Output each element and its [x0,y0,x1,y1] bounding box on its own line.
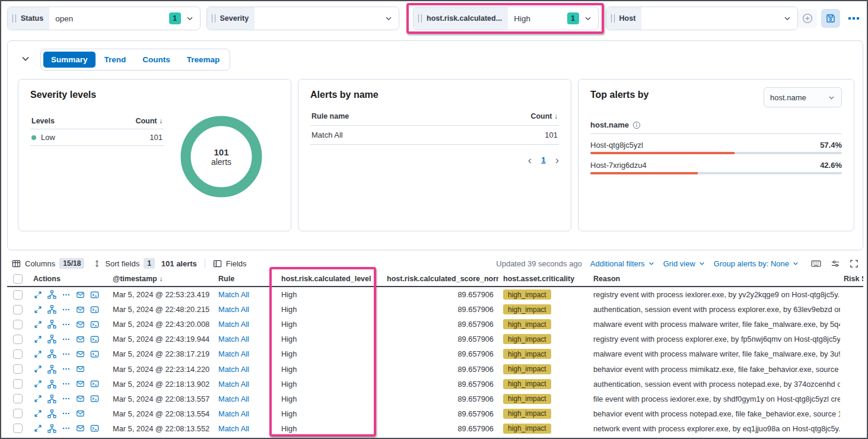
drag-handle-icon[interactable] [611,14,615,23]
column-rule[interactable]: Rule [214,275,276,283]
expand-alert-icon[interactable] [34,350,42,358]
reason-cell[interactable]: authentication, session event with proce… [589,305,840,314]
session-view-icon[interactable] [90,424,99,432]
host-risk-score-cell[interactable]: 89.657906 [382,409,498,418]
row-checkbox[interactable] [13,349,23,359]
host-risk-score-cell[interactable]: 89.657906 [382,349,498,358]
session-view-icon[interactable] [90,395,99,403]
criticality-badge[interactable]: high_impact [503,334,551,344]
expand-alert-icon[interactable] [34,365,42,373]
reason-cell[interactable]: registry event with process explorer.exe… [589,335,840,343]
alert-timestamp[interactable]: Mar 5, 2024 @ 22:18:13.902 [108,380,214,389]
more-options-button[interactable] [844,9,863,28]
info-icon[interactable] [632,121,641,129]
column-count[interactable]: Count ↓ [135,117,163,125]
investigate-in-timeline-icon[interactable] [76,424,85,432]
column-host-risk-level[interactable]: host.risk.calculated_level [276,275,382,283]
host-risk-level-cell[interactable]: High [276,409,382,418]
rule-link[interactable]: Match All [218,290,249,299]
alert-timestamp[interactable]: Mar 5, 2024 @ 22:38:17.219 [108,349,214,358]
analyze-event-icon[interactable] [47,335,56,343]
filter-host-risk-calculated-level[interactable]: host.risk.calculated... High 1 [413,7,599,30]
criticality-badge[interactable]: high_impact [503,394,551,404]
row-checkbox[interactable] [13,379,23,389]
save-button[interactable] [821,9,840,28]
host-risk-level-cell[interactable]: High [276,365,382,374]
filter-host[interactable]: Host [606,7,799,30]
more-actions-icon[interactable] [62,335,71,343]
criticality-badge[interactable]: high_impact [503,304,551,314]
host-risk-level-cell[interactable]: High [276,320,382,329]
investigate-in-timeline-icon[interactable] [76,409,85,418]
investigate-in-timeline-icon[interactable] [76,350,85,358]
rule-link[interactable]: Match All [218,335,249,343]
host-risk-score-cell[interactable]: 89.657906 [382,365,498,374]
alert-timestamp[interactable]: Mar 5, 2024 @ 22:43:19.944 [108,335,214,343]
add-filter-button[interactable] [798,9,817,28]
session-view-icon[interactable] [90,380,99,388]
alert-timestamp[interactable]: Mar 5, 2024 @ 22:08:13.554 [108,409,214,418]
row-checkbox[interactable] [13,394,23,403]
host-risk-level-cell[interactable]: High [276,335,382,343]
host-risk-level-cell[interactable]: High [276,380,382,389]
investigate-in-timeline-icon[interactable] [76,395,85,403]
next-page-icon[interactable]: › [555,154,559,166]
host-risk-score-cell[interactable]: 89.657906 [382,320,498,329]
drag-handle-icon[interactable] [212,14,215,23]
reason-cell[interactable]: behavior event with process notepad.exe,… [589,409,840,418]
chevron-down-icon[interactable] [783,14,791,23]
more-actions-icon[interactable] [62,306,71,314]
investigate-in-timeline-icon[interactable] [76,291,85,299]
session-view-icon[interactable] [90,291,99,299]
fields-button[interactable]: Fields [226,259,247,268]
more-actions-icon[interactable] [62,380,71,388]
analyze-event-icon[interactable] [47,349,56,358]
drag-handle-icon[interactable] [12,14,16,23]
reason-cell[interactable]: malware event with process malware write… [589,349,840,358]
rule-link[interactable]: Match All [218,395,249,403]
tab-trend[interactable]: Trend [97,52,134,68]
criticality-badge[interactable]: high_impact [503,319,551,329]
reason-cell[interactable]: registry event with process iexlorer.exe… [589,290,840,299]
reason-cell[interactable]: malware event with process malware write… [589,320,840,329]
more-actions-icon[interactable] [62,409,71,418]
host-risk-level-cell[interactable]: High [276,290,382,299]
analyze-event-icon[interactable] [47,395,56,403]
reason-cell[interactable]: network event with process explorer.exe,… [589,424,840,433]
chevron-down-icon[interactable] [384,14,393,23]
row-checkbox[interactable] [13,335,23,344]
investigate-in-timeline-icon[interactable] [76,335,85,343]
expand-alert-icon[interactable] [34,380,42,388]
host-risk-level-cell[interactable]: High [276,349,382,358]
row-checkbox[interactable] [13,320,23,329]
expand-alert-icon[interactable] [34,335,42,343]
analyze-event-icon[interactable] [47,290,56,299]
fullscreen-icon[interactable] [850,259,859,268]
session-view-icon[interactable] [90,306,99,314]
chevron-down-icon[interactable] [584,14,592,23]
grid-view-button[interactable]: Grid view [663,259,705,268]
filter-severity[interactable]: Severity [206,7,400,30]
alert-timestamp[interactable]: Mar 5, 2024 @ 22:08:13.552 [108,424,214,433]
alert-timestamp[interactable]: Mar 5, 2024 @ 22:08:13.557 [108,395,214,403]
expand-alert-icon[interactable] [34,291,42,299]
investigate-in-timeline-icon[interactable] [76,365,85,373]
analyze-event-icon[interactable] [47,409,56,418]
host-risk-score-cell[interactable]: 89.657906 [382,395,498,403]
group-alerts-by-button[interactable]: Group alerts by: None [714,259,799,268]
rule-link[interactable]: Match All [218,424,249,433]
analyze-event-icon[interactable] [47,305,56,314]
rule-link[interactable]: Match All [218,320,249,329]
host-risk-score-cell[interactable]: 89.657906 [382,380,498,389]
analyze-event-icon[interactable] [47,380,56,389]
criticality-badge[interactable]: high_impact [503,409,551,419]
host-risk-level-cell[interactable]: High [276,395,382,403]
rule-link[interactable]: Match All [218,349,249,358]
additional-filters-button[interactable]: Additional filters [590,259,655,268]
criticality-badge[interactable]: high_impact [503,364,551,374]
alert-timestamp[interactable]: Mar 5, 2024 @ 22:53:23.419 [108,290,214,299]
alert-timestamp[interactable]: Mar 5, 2024 @ 22:43:20.008 [108,320,214,329]
field-select[interactable]: host.name [764,87,842,107]
columns-button[interactable]: Columns [25,259,55,268]
session-view-icon[interactable] [90,350,99,358]
